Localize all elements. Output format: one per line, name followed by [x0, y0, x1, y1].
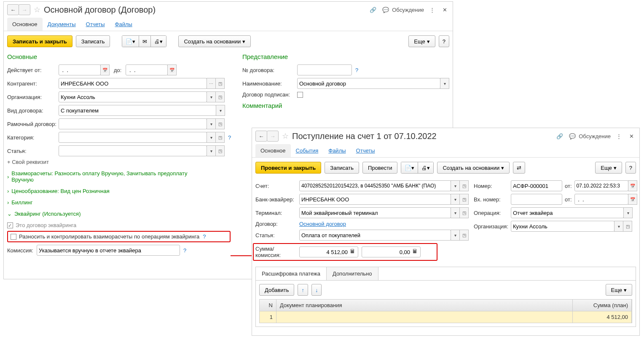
help-button[interactable]: ?: [439, 35, 449, 47]
create-based-button[interactable]: Создать на основании ▾: [437, 162, 510, 174]
calendar-icon[interactable]: 📅: [100, 64, 110, 75]
open-icon[interactable]: ◳: [459, 180, 469, 191]
table-row[interactable]: 1 4 512,00: [259, 311, 632, 323]
add-row-button[interactable]: Добавить: [259, 284, 294, 296]
link-icon[interactable]: 🔗: [368, 5, 378, 14]
open-icon[interactable]: ◳: [215, 78, 225, 89]
subtab-additional[interactable]: Дополнительно: [327, 267, 378, 280]
tab-events[interactable]: События: [291, 144, 324, 157]
discuss-label[interactable]: Обсуждение: [579, 133, 611, 139]
print-button[interactable]: 🖨▾: [418, 162, 434, 174]
frame-input[interactable]: [59, 118, 207, 129]
open-icon[interactable]: ◳: [215, 145, 225, 156]
tab-main[interactable]: Основное: [7, 18, 43, 31]
save-button[interactable]: Записать: [76, 35, 110, 47]
kebab-menu-icon[interactable]: ⋮: [614, 131, 623, 141]
structure-button[interactable]: ⇄: [513, 162, 525, 174]
dropdown-icon[interactable]: ▾: [207, 145, 216, 156]
dropdown-icon[interactable]: ▾: [451, 180, 460, 191]
org-input[interactable]: [511, 221, 614, 232]
dropdown-icon[interactable]: ▾: [440, 78, 449, 89]
expander-settlements[interactable]: › Взаиморасчеты: Разносить оплату Вручну…: [4, 168, 236, 185]
calculator-icon[interactable]: 🖩: [350, 248, 357, 255]
table-more-button[interactable]: Еще ▾: [606, 284, 632, 296]
commission-input[interactable]: [362, 246, 421, 257]
checkbox-spread-settlements[interactable]: [11, 234, 16, 240]
dropdown-icon[interactable]: ▾: [451, 207, 460, 218]
name-input[interactable]: [297, 78, 440, 89]
save-close-button[interactable]: Записать и закрыть: [7, 35, 72, 47]
dropdown-icon[interactable]: ▾: [623, 207, 633, 218]
move-up-button[interactable]: ↑: [298, 284, 308, 296]
calendar-icon[interactable]: 📅: [167, 64, 177, 75]
contract-no-input[interactable]: [297, 64, 352, 75]
commission-input[interactable]: [37, 245, 180, 256]
post-button[interactable]: Провести: [362, 162, 398, 174]
ellipsis-icon[interactable]: ⋯: [207, 78, 216, 89]
article-input[interactable]: [299, 230, 451, 241]
number-input[interactable]: [511, 180, 562, 191]
dropdown-icon[interactable]: ▾: [216, 105, 225, 116]
help-icon[interactable]: ?: [203, 233, 206, 240]
dropdown-icon[interactable]: ▾: [451, 194, 460, 205]
subtab-breakdown[interactable]: Расшифровка платежа: [256, 267, 327, 280]
bank-input[interactable]: [299, 194, 451, 205]
category-input[interactable]: [59, 132, 207, 143]
counterparty-input[interactable]: [59, 78, 207, 89]
inno-input[interactable]: [511, 194, 562, 205]
tab-reports[interactable]: Отчеты: [351, 144, 380, 157]
date-from-input[interactable]: [59, 64, 101, 75]
back-button[interactable]: ←: [255, 131, 267, 142]
attach-button[interactable]: 📄▾: [401, 162, 418, 174]
contract-link[interactable]: Основной договор: [299, 221, 346, 227]
back-button[interactable]: ←: [7, 4, 19, 15]
help-icon[interactable]: ?: [183, 247, 186, 254]
kind-input[interactable]: [59, 105, 216, 116]
calculator-icon[interactable]: 🖩: [412, 248, 419, 255]
calendar-icon[interactable]: 📅: [628, 194, 637, 205]
discuss-icon[interactable]: 💬: [381, 5, 390, 14]
dropdown-icon[interactable]: ▾: [207, 118, 216, 129]
dropdown-icon[interactable]: ▾: [207, 132, 216, 143]
mail-button[interactable]: ✉: [139, 35, 151, 47]
tab-reports[interactable]: Отчеты: [81, 18, 110, 31]
open-icon[interactable]: ◳: [459, 230, 469, 241]
tab-main[interactable]: Основное: [255, 144, 291, 157]
attach-button[interactable]: 📄▾: [122, 35, 139, 47]
operation-input[interactable]: [511, 207, 624, 218]
add-custom-attr[interactable]: + Свой реквизит: [7, 159, 49, 165]
date-to-input[interactable]: [126, 64, 168, 75]
help-icon[interactable]: ?: [355, 67, 358, 73]
cell-doc[interactable]: [276, 311, 573, 323]
close-icon[interactable]: ✕: [627, 131, 636, 141]
terminal-input[interactable]: [299, 207, 451, 218]
open-icon[interactable]: ◳: [215, 118, 225, 129]
open-icon[interactable]: ◳: [459, 207, 469, 218]
calendar-icon[interactable]: 📅: [628, 180, 637, 191]
discuss-label[interactable]: Обсуждение: [392, 7, 424, 13]
sum-input[interactable]: [299, 246, 358, 257]
more-button[interactable]: Еще ▾: [595, 162, 622, 174]
favorite-star-icon[interactable]: ☆: [34, 5, 40, 14]
save-button[interactable]: Записать: [325, 162, 359, 174]
indate-input[interactable]: [574, 194, 628, 205]
forward-button[interactable]: →: [19, 4, 30, 15]
post-close-button[interactable]: Провести и закрыть: [255, 162, 321, 174]
kebab-menu-icon[interactable]: ⋮: [427, 5, 437, 14]
tab-files[interactable]: Файлы: [110, 18, 137, 31]
tab-documents[interactable]: Документы: [43, 18, 81, 31]
more-button[interactable]: Еще ▾: [408, 35, 435, 47]
tab-files[interactable]: Файлы: [323, 144, 351, 157]
dropdown-icon[interactable]: ▾: [614, 221, 623, 232]
expander-pricing[interactable]: › Ценообразование: Вид цен Розничная: [4, 185, 236, 197]
date-input[interactable]: [574, 180, 628, 191]
open-icon[interactable]: ◳: [459, 194, 469, 205]
checkbox-signed[interactable]: [297, 92, 303, 98]
expander-acquiring[interactable]: ⌄ Эквайринг (Используется): [4, 208, 236, 220]
create-based-button[interactable]: Создать на основании ▾: [178, 35, 251, 47]
org-input[interactable]: [59, 91, 207, 102]
link-icon[interactable]: 🔗: [555, 131, 564, 141]
open-icon[interactable]: ◳: [215, 91, 225, 102]
help-button[interactable]: ?: [625, 162, 636, 174]
forward-button[interactable]: →: [267, 131, 279, 142]
